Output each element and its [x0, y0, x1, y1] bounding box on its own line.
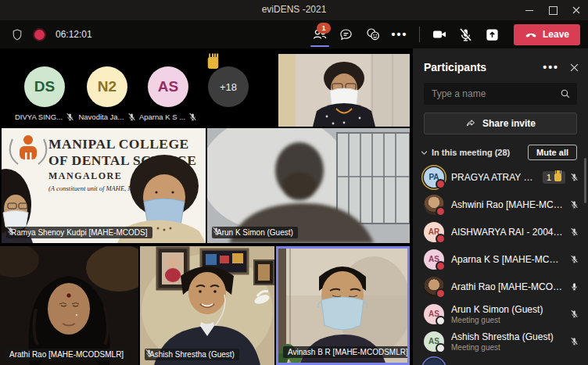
presence-busy-icon: [436, 261, 446, 271]
avatar: AS: [424, 331, 444, 352]
close-button[interactable]: [565, 0, 588, 20]
participants-panel: Participants ••• Share invite In this me…: [413, 48, 588, 365]
share-screen-icon: [485, 27, 500, 42]
avatar-aparna[interactable]: AS: [148, 66, 188, 107]
mic-muted-icon: [570, 173, 579, 181]
participant-label: Arun K Simon (Guest): [217, 228, 293, 237]
video-feed: [140, 246, 274, 365]
toolbar-divider: [419, 27, 420, 42]
video-tile-avinash[interactable]: Avinash B R [MAHE-MCODSMLR]: [276, 246, 410, 365]
participants-button[interactable]: 1: [307, 21, 333, 48]
participant-name: Aparna K S [MAHE-MCODSM...: [451, 254, 563, 265]
section-label: In this meeting (28): [432, 148, 510, 157]
participant-row-pragya[interactable]: PA PRAGYA ATRAY - 21040... 1: [413, 163, 588, 191]
mic-on-icon: [570, 282, 579, 291]
presence-offline-icon: [436, 316, 446, 326]
participant-row-arathi[interactable]: Arathi Rao [MAHE-MCODSML...: [413, 273, 588, 300]
panel-title: Participants: [424, 61, 486, 73]
chevron-down-icon[interactable]: [421, 149, 428, 156]
reactions-button[interactable]: [360, 21, 386, 48]
mic-muted-icon: [570, 310, 579, 318]
video-feed: [0, 246, 138, 365]
video-feed: [2, 128, 206, 243]
participant-row-ashish[interactable]: AS Ashish Shrestha (Guest) Meeting guest: [413, 327, 588, 355]
hangup-phone-icon: [525, 30, 537, 39]
participant-label: Aparna K S ...: [139, 113, 185, 121]
share-screen-button[interactable]: [479, 21, 506, 48]
participant-search[interactable]: [424, 83, 577, 105]
participant-label: Navodita Ja...: [78, 113, 124, 121]
panel-close-button[interactable]: [570, 63, 579, 72]
mic-muted-icon: [570, 227, 579, 236]
presence-busy-icon: [436, 179, 446, 189]
avatar: AR: [424, 222, 444, 242]
mic-muted-icon: [570, 255, 579, 263]
participant-name: PRAGYA ATRAY - 21040...: [451, 172, 536, 183]
video-stage: DS N2 AS +18 DIVYA SING... Navodita Ja..…: [0, 48, 413, 365]
participant-row-ashwini[interactable]: Ashwini Rao [MAHE-MCODS...: [413, 191, 588, 218]
close-icon: [572, 6, 580, 14]
avatar-navodita[interactable]: N2: [87, 66, 127, 107]
maximize-button[interactable]: [541, 0, 565, 20]
video-tile-arun[interactable]: Arun K Simon (Guest): [207, 128, 410, 243]
ellipsis-icon: •••: [392, 30, 408, 38]
video-tile-self[interactable]: [278, 54, 410, 127]
avatar: AB: [424, 359, 444, 365]
more-options-button[interactable]: •••: [386, 21, 413, 48]
panel-scrollbar[interactable]: [584, 158, 586, 203]
avatar: [424, 277, 444, 297]
mute-all-button[interactable]: Mute all: [528, 145, 577, 160]
recording-indicator-icon: [33, 28, 46, 41]
mic-muted-icon: [458, 27, 473, 42]
window-title: eviDENS -2021: [0, 4, 588, 15]
chat-button[interactable]: [333, 21, 360, 48]
presence-busy-icon: [436, 288, 446, 299]
microphone-button[interactable]: [453, 21, 479, 48]
avatar: AS: [424, 304, 444, 324]
share-invite-button[interactable]: Share invite: [424, 113, 577, 134]
share-invite-label: Share invite: [482, 118, 536, 129]
participant-row-arun[interactable]: AS Arun K Simon (Guest) Meeting guest: [413, 300, 588, 327]
teams-meeting-window: eviDENS -2021 06:12:01 1: [0, 0, 588, 365]
participant-name: Ashwini Rao [MAHE-MCODS...: [451, 199, 563, 210]
mic-muted-icon: [570, 200, 579, 209]
video-tile-ramya[interactable]: MANIPAL COLLEGE OF DENTAL SCIENCE MANGAL…: [2, 128, 206, 243]
title-bar: eviDENS -2021: [0, 0, 588, 20]
participant-name: Ashish Shrestha (Guest): [451, 331, 563, 342]
video-feed: [278, 54, 410, 127]
mic-muted-icon: [6, 227, 15, 235]
chat-icon: [339, 27, 353, 42]
participant-label: Ashish Shrestha (Guest): [149, 350, 235, 359]
raised-hand-icon: [208, 57, 219, 69]
avatar: PA: [424, 167, 444, 188]
share-invite-icon: [465, 118, 476, 129]
overflow-participants-tile[interactable]: +18: [208, 66, 249, 107]
leave-button[interactable]: Leave: [514, 24, 580, 45]
video-tile-arathi[interactable]: Arathi Rao [MAHE-MCODSMLR]: [0, 246, 138, 365]
search-input[interactable]: [430, 88, 560, 100]
participant-role: Meeting guest: [451, 316, 563, 324]
participant-row-aparna[interactable]: AS Aparna K S [MAHE-MCODSM...: [413, 245, 588, 273]
meeting-toolbar: 06:12:01 1: [0, 20, 588, 48]
camera-button[interactable]: [426, 21, 453, 48]
raised-hand-icon: [554, 174, 561, 181]
participant-label: Avinash B R [MAHE-MCODSMLR]: [288, 348, 408, 356]
participant-role: Meeting guest: [451, 343, 563, 352]
participant-row-aishwarya[interactable]: AR AISHWARYA RAI - 200409001: [413, 218, 588, 245]
video-tile-ashish[interactable]: Ashish Shrestha (Guest): [140, 246, 274, 365]
avatar-divya[interactable]: DS: [24, 66, 65, 107]
presence-busy-icon: [436, 206, 446, 216]
reactions-icon: [365, 27, 381, 42]
participant-list: PA PRAGYA ATRAY - 21040... 1 Ashwini Rao…: [413, 163, 588, 365]
mic-muted-icon: [570, 337, 579, 345]
camera-on-icon: [432, 27, 447, 42]
meeting-timer: 06:12:01: [56, 29, 92, 40]
participant-row-avinash[interactable]: AB Avinash B R [MAHE-MCODS: [413, 355, 588, 365]
presence-busy-icon: [436, 234, 446, 244]
mic-muted-icon: [212, 227, 220, 235]
participant-label: DIVYA SING...: [15, 113, 63, 121]
participant-label: Arathi Rao [MAHE-MCODSMLR]: [9, 350, 124, 359]
panel-more-button[interactable]: •••: [543, 63, 559, 71]
minimize-button[interactable]: [518, 0, 541, 20]
search-icon: [560, 88, 571, 99]
